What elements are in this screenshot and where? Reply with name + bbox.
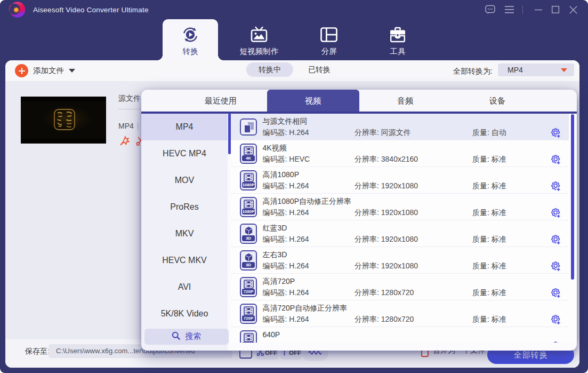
profile-encoder: 编码器: HEVC <box>263 155 310 164</box>
tab-toolbox[interactable]: 工具 <box>367 19 429 60</box>
save-to-label: 保存至: <box>25 339 50 368</box>
close-button[interactable] <box>566 0 581 19</box>
sidebar-format-hevc-mp4[interactable]: HEVC MP4 <box>141 140 228 167</box>
format-popup: 最近使用视频音频设备 MP4HEVC MP4MOVProResMKVHEVC M… <box>141 90 577 351</box>
profile-title: 左右3D <box>263 250 287 260</box>
video-thumbnail <box>21 97 106 144</box>
add-files-caret-icon[interactable] <box>69 69 75 73</box>
resolution-badge: 3D <box>242 235 255 242</box>
profile-settings-gear-icon[interactable] <box>551 315 561 324</box>
add-files-button[interactable]: 添加文件 <box>15 60 75 81</box>
output-format-select[interactable]: MP4 <box>498 64 574 76</box>
profile-settings-gear-icon[interactable] <box>551 261 561 271</box>
add-icon <box>15 64 28 77</box>
profile-settings-gear-icon[interactable] <box>551 342 561 343</box>
profile-resolution: 分辨率: 1920x1080 <box>355 208 418 218</box>
filter-converting-pill[interactable]: 转换中 <box>246 62 293 77</box>
profile-row-4[interactable]: 3D红蓝3D编码器: H.264分辨率: 1920x1080质量: 标准 <box>231 220 569 247</box>
edit-magic-wand-icon[interactable] <box>120 136 130 148</box>
resolution-badge: 4K <box>242 155 255 162</box>
app-logo-icon <box>8 1 26 19</box>
profile-row-8[interactable]: 640P640P <box>231 327 569 343</box>
profile-quality: 质量: 标准 <box>472 181 506 191</box>
film-icon: 720P <box>240 304 257 324</box>
sidebar-scrollbar[interactable] <box>228 113 231 154</box>
tab-short-video[interactable]: 短视频制作 <box>228 19 290 60</box>
tab-short-video-label: 短视频制作 <box>228 46 290 57</box>
copy-front-shape <box>244 125 251 133</box>
profile-title: 高清1080P自动修正分辨率 <box>263 197 351 207</box>
short-video-icon <box>228 25 290 44</box>
file-info: 源文件 MP4| <box>118 88 141 98</box>
format-select-caret-icon <box>561 68 567 72</box>
merge-checkbox[interactable] <box>421 350 429 357</box>
sidebar-format-hevc-mkv[interactable]: HEVC MKV <box>141 247 228 274</box>
profile-list: 与源文件相同编码器: H.264分辨率: 同源文件质量: 自动4K4K视频编码器… <box>231 114 577 343</box>
profile-settings-gear-icon[interactable] <box>551 128 561 138</box>
popup-tabs: 最近使用视频音频设备 <box>141 90 577 112</box>
profile-title: 与源文件相同 <box>263 117 308 126</box>
resolution-badge: 640P <box>242 342 255 343</box>
popup-tab-device[interactable]: 设备 <box>452 90 544 112</box>
profile-resolution: 分辨率: 1280x720 <box>355 288 414 298</box>
profile-row-6[interactable]: 720P高清720P编码器: H.264分辨率: 1280x720质量: 标准 <box>231 274 569 300</box>
resolution-badge: 720P <box>242 289 255 295</box>
tab-toolbox-label: 工具 <box>367 46 429 57</box>
profile-row-2[interactable]: 1080P高清1080P编码器: H.264分辨率: 1920x1080质量: … <box>231 167 569 194</box>
profile-encoder: 编码器: H.264 <box>263 315 309 324</box>
popup-tab-audio[interactable]: 音频 <box>359 90 452 112</box>
profile-quality: 质量: 自动 <box>472 128 506 138</box>
sidebar-format-mp4[interactable]: MP4 <box>141 114 228 140</box>
minimize-button[interactable] <box>531 0 546 19</box>
profile-encoder: 编码器: H.264 <box>263 128 309 138</box>
profile-resolution: 分辨率: 1920x1080 <box>355 181 418 191</box>
tab-split-screen[interactable]: 分屏 <box>298 19 360 60</box>
profile-quality: 质量: 标准 <box>472 235 506 244</box>
profile-encoder: 编码器: H.264 <box>263 208 309 218</box>
profile-settings-gear-icon[interactable] <box>551 181 561 191</box>
titlebar: Aiseesoft Video Converter Ultimate <box>0 0 588 19</box>
profile-row-5[interactable]: 3D左右3D编码器: H.264分辨率: 1920x1080质量: 标准 <box>231 247 569 274</box>
popup-sidebar: MP4HEVC MP4MOVProResMKVHEVC MKVAVI5K/8K … <box>141 114 228 351</box>
sidebar-format-mkv[interactable]: MKV <box>141 220 228 247</box>
sidebar-format-5k-8k-video[interactable]: 5K/8K Video <box>141 300 228 327</box>
profile-row-3[interactable]: 1080P高清1080P自动修正分辨率编码器: H.264分辨率: 1920x1… <box>231 194 569 220</box>
profile-quality: 质量: 标准 <box>472 261 506 271</box>
window-title: Aiseesoft Video Converter Ultimate <box>33 0 149 19</box>
feedback-icon[interactable] <box>482 0 497 19</box>
sidebar-format-avi[interactable]: AVI <box>141 274 228 300</box>
toolbox-icon <box>367 25 429 44</box>
sidebar-format-prores[interactable]: ProRes <box>141 194 228 220</box>
search-button[interactable]: 搜索 <box>144 329 229 345</box>
profile-quality: 质量: 标准 <box>472 288 506 298</box>
split-screen-icon <box>298 25 360 44</box>
convert-icon <box>163 25 218 44</box>
profile-settings-gear-icon[interactable] <box>551 155 561 164</box>
menu-icon[interactable] <box>502 0 517 19</box>
profile-title: 高清720P自动修正分辨率 <box>263 304 348 313</box>
profile-row-0[interactable]: 与源文件相同编码器: H.264分辨率: 同源文件质量: 自动 <box>231 114 569 140</box>
profile-encoder: 编码器: H.264 <box>263 288 309 298</box>
film-icon: 1080P <box>240 170 257 191</box>
profile-row-1[interactable]: 4K4K视频编码器: HEVC分辨率: 3840x2160质量: 标准 <box>231 140 569 167</box>
profile-title: 高清1080P <box>263 170 299 180</box>
profile-quality: 质量: 标准 <box>472 155 506 164</box>
popup-tab-video[interactable]: 视频 <box>267 90 359 112</box>
profile-settings-gear-icon[interactable] <box>551 235 561 244</box>
tab-convert[interactable]: 转换 <box>163 19 218 60</box>
filter-converted-pill[interactable]: 已转换 <box>300 62 339 77</box>
list-scrollbar[interactable] <box>571 114 574 280</box>
sidebar-format-mov[interactable]: MOV <box>141 167 228 194</box>
resolution-badge: 720P <box>242 315 255 322</box>
tab-split-screen-label: 分屏 <box>298 46 360 57</box>
film-icon: 1080P <box>240 197 257 217</box>
profile-title: 红蓝3D <box>263 224 287 233</box>
profile-row-7[interactable]: 720P高清720P自动修正分辨率编码器: H.264分辨率: 1280x720… <box>231 300 569 327</box>
maximize-button[interactable] <box>548 0 563 19</box>
film-icon: 640P <box>240 330 257 343</box>
profile-settings-gear-icon[interactable] <box>551 288 561 298</box>
profile-settings-gear-icon[interactable] <box>551 208 561 218</box>
film-icon: 4K <box>240 144 257 164</box>
resolution-badge: 1080P <box>242 209 255 215</box>
popup-tab-recent[interactable]: 最近使用 <box>175 90 267 112</box>
